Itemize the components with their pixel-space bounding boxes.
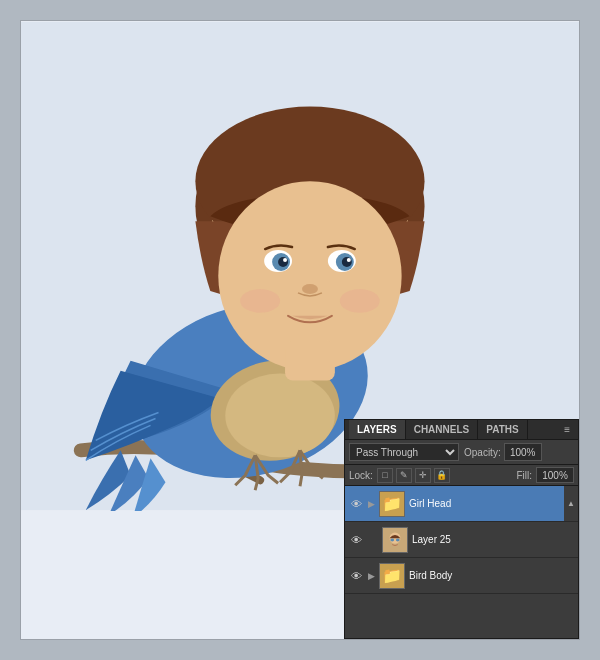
layer-name: Girl Head (409, 498, 575, 509)
layer-row[interactable]: ▶ Bird Body (345, 558, 578, 594)
svg-point-22 (390, 538, 394, 541)
blend-opacity-row: Pass Through Normal Multiply Screen Over… (345, 440, 578, 465)
svg-point-17 (240, 289, 280, 313)
layer-name: Layer 25 (412, 534, 575, 545)
svg-point-14 (283, 258, 287, 262)
layers-panel: LAYERS CHANNELS PATHS ≡ Pass Through Nor… (344, 419, 579, 639)
blend-mode-select[interactable]: Pass Through Normal Multiply Screen Over… (349, 443, 459, 461)
layer-visibility-toggle[interactable] (348, 532, 364, 548)
layer-thumbnail (382, 527, 408, 553)
expand-arrow-icon[interactable]: ▶ (368, 571, 375, 581)
svg-point-13 (342, 257, 352, 267)
expand-arrow-icon[interactable]: ▶ (368, 499, 375, 509)
tab-channels[interactable]: CHANNELS (406, 420, 479, 439)
svg-point-23 (396, 538, 400, 541)
svg-point-16 (302, 284, 318, 294)
svg-point-3 (225, 374, 335, 458)
panel-tabs: LAYERS CHANNELS PATHS ≡ (345, 420, 578, 440)
svg-point-12 (278, 257, 288, 267)
svg-point-15 (347, 258, 351, 262)
layer-thumbnail (379, 563, 405, 589)
lock-transparent-button[interactable]: □ (377, 468, 393, 483)
lock-icons: □ ✎ ✛ 🔒 (377, 468, 450, 483)
tab-paths[interactable]: PATHS (478, 420, 527, 439)
layer-row[interactable]: ▶ Girl Head ▲ (345, 486, 578, 522)
fill-input[interactable] (536, 467, 574, 483)
svg-point-18 (340, 289, 380, 313)
layer-thumbnail (379, 491, 405, 517)
scroll-indicator: ▲ (564, 486, 578, 521)
panel-menu-button[interactable]: ≡ (560, 422, 574, 437)
lock-label: Lock: (349, 470, 373, 481)
opacity-input[interactable] (504, 443, 542, 461)
lock-all-button[interactable]: 🔒 (434, 468, 450, 483)
fill-label: Fill: (516, 470, 532, 481)
canvas-area: LAYERS CHANNELS PATHS ≡ Pass Through Nor… (20, 20, 580, 640)
tab-layers[interactable]: LAYERS (349, 420, 406, 439)
layers-list: ▶ Girl Head ▲ (345, 486, 578, 622)
layer-visibility-toggle[interactable] (348, 568, 364, 584)
layer-visibility-toggle[interactable] (348, 496, 364, 512)
opacity-label: Opacity: (464, 447, 501, 458)
svg-rect-19 (285, 341, 335, 381)
layer-name: Bird Body (409, 570, 575, 581)
layer-row[interactable]: Layer 25 (345, 522, 578, 558)
lock-image-button[interactable]: ✎ (396, 468, 412, 483)
lock-fill-row: Lock: □ ✎ ✛ 🔒 Fill: (345, 465, 578, 486)
lock-position-button[interactable]: ✛ (415, 468, 431, 483)
